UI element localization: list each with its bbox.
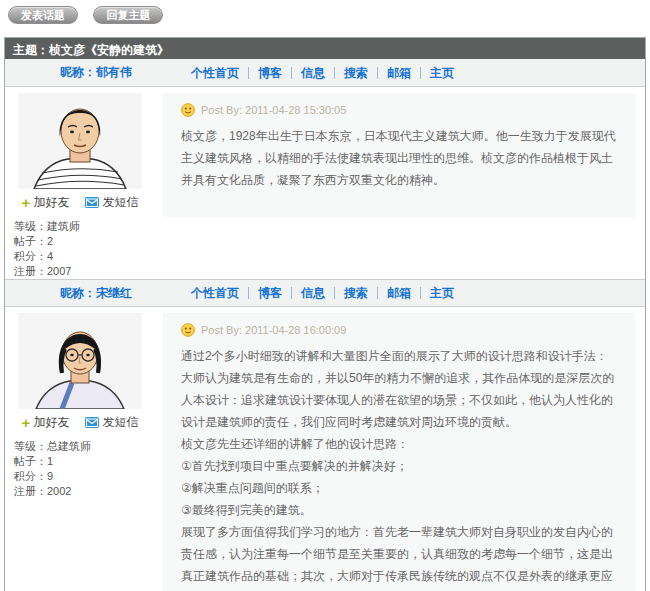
nav-link-search[interactable]: 搜索 xyxy=(335,287,378,299)
smiley-icon xyxy=(181,323,195,337)
paragraph: 展现了多方面值得我们学习的地方：首先老一辈建筑大师对自身职业的发自内心的责任感，… xyxy=(181,521,617,591)
post-2-meta: Post By: 2011-04-28 16:00:09 xyxy=(181,323,617,337)
plus-icon: + xyxy=(22,417,31,429)
post-1-body: + 加好友 发短信 等级：建筑师 帖子：2 积分 xyxy=(5,87,645,279)
post-1-header: 昵称：郁有伟 个性首页 博客 信息 搜索 邮箱 主页 xyxy=(5,59,645,87)
avatar-male-illustration xyxy=(18,93,142,189)
post-2-user-stats: 等级：总建筑师 帖子：1 积分：9 注册：2002 xyxy=(14,439,155,499)
topic-title: 主题：桢文彦《安静的建筑》 xyxy=(13,43,169,57)
post-1-user-cell: + 加好友 发短信 等级：建筑师 帖子：2 积分 xyxy=(5,87,155,279)
post-topic-button[interactable]: 发表话题 xyxy=(8,6,78,24)
mail-icon xyxy=(85,417,99,428)
nav-link-profile-home[interactable]: 个性首页 xyxy=(182,287,249,299)
avatar-female-cartoon xyxy=(18,313,142,409)
post-1-content-box: Post By: 2011-04-28 15:30:05 桢文彦，1928年出生… xyxy=(163,93,635,217)
add-friend-label: 加好友 xyxy=(33,194,69,211)
nav-link-info[interactable]: 信息 xyxy=(292,67,335,79)
post-2-user-cell: + 加好友 发短信 等级：总建筑师 帖子：1 积 xyxy=(5,307,155,591)
send-message-button[interactable]: 发短信 xyxy=(85,194,138,211)
stat-registered: 注册：2007 xyxy=(14,264,155,279)
post-2-user-nav: 个性首页 博客 信息 搜索 邮箱 主页 xyxy=(182,287,463,299)
post-1-text: 桢文彦，1928年出生于日本东京，日本现代主义建筑大师。他一生致力于发展现代主义… xyxy=(181,125,617,191)
stat-level: 等级：总建筑师 xyxy=(14,439,155,454)
send-message-label: 发短信 xyxy=(102,414,138,431)
reply-topic-button[interactable]: 回复主题 xyxy=(93,6,163,24)
post-1-actions: + 加好友 发短信 xyxy=(5,194,155,211)
stat-posts: 帖子：1 xyxy=(14,454,155,469)
post-1-timestamp: Post By: 2011-04-28 15:30:05 xyxy=(201,104,346,116)
topic-title-bar: 主题：桢文彦《安静的建筑》 xyxy=(5,38,645,59)
stat-posts: 帖子：2 xyxy=(14,234,155,249)
add-friend-label: 加好友 xyxy=(33,414,69,431)
nav-link-homepage[interactable]: 主页 xyxy=(421,287,463,299)
post-2-header: 昵称：宋继红 个性首页 博客 信息 搜索 邮箱 主页 xyxy=(5,279,645,307)
thread-container: 主题：桢文彦《安静的建筑》 昵称：郁有伟 个性首页 博客 信息 搜索 邮箱 主页 xyxy=(4,37,646,591)
stat-registered: 注册：2002 xyxy=(14,484,155,499)
stat-points: 积分：9 xyxy=(14,469,155,484)
avatar-male-cartoon xyxy=(18,93,142,189)
paragraph: ③最终得到完美的建筑。 xyxy=(181,499,617,521)
nav-link-blog[interactable]: 博客 xyxy=(249,287,292,299)
post-2-nickname: 昵称：宋继红 xyxy=(60,285,182,302)
nav-link-blog[interactable]: 博客 xyxy=(249,67,292,79)
smiley-icon xyxy=(181,103,195,117)
send-message-button[interactable]: 发短信 xyxy=(85,414,138,431)
paragraph: ①首先找到项目中重点要解决的并解决好； xyxy=(181,455,617,477)
send-message-label: 发短信 xyxy=(102,194,138,211)
add-friend-button[interactable]: + 加好友 xyxy=(22,194,70,211)
post-1-nickname: 昵称：郁有伟 xyxy=(60,64,182,81)
nav-link-profile-home[interactable]: 个性首页 xyxy=(182,67,249,79)
post-1-user-nav: 个性首页 博客 信息 搜索 邮箱 主页 xyxy=(182,67,463,79)
post-1-user-stats: 等级：建筑师 帖子：2 积分：4 注册：2007 xyxy=(14,219,155,279)
add-friend-button[interactable]: + 加好友 xyxy=(22,414,70,431)
post-2-body: + 加好友 发短信 等级：总建筑师 帖子：1 积 xyxy=(5,307,645,591)
post-2: 昵称：宋继红 个性首页 博客 信息 搜索 邮箱 主页 xyxy=(5,279,645,591)
paragraph: 桢文彦先生还详细的讲解了他的设计思路： xyxy=(181,433,617,455)
post-2-actions: + 加好友 发短信 xyxy=(5,414,155,431)
post-1-content-cell: Post By: 2011-04-28 15:30:05 桢文彦，1928年出生… xyxy=(155,87,645,279)
paragraph: 桢文彦，1928年出生于日本东京，日本现代主义建筑大师。他一生致力于发展现代主义… xyxy=(181,125,617,191)
nav-link-mailbox[interactable]: 邮箱 xyxy=(378,287,421,299)
post-2-text: 通过2个多小时细致的讲解和大量图片全面的展示了大师的设计思路和设计手法：大师认为… xyxy=(181,345,617,591)
paragraph: ②解决重点问题间的联系； xyxy=(181,477,617,499)
nav-link-info[interactable]: 信息 xyxy=(292,287,335,299)
post-1-meta: Post By: 2011-04-28 15:30:05 xyxy=(181,103,617,117)
nav-link-search[interactable]: 搜索 xyxy=(335,67,378,79)
post-1: 昵称：郁有伟 个性首页 博客 信息 搜索 邮箱 主页 xyxy=(5,59,645,279)
top-toolbar: 发表话题 回复主题 xyxy=(0,0,650,24)
post-2-content-cell: Post By: 2011-04-28 16:00:09 通过2个多小时细致的讲… xyxy=(155,307,645,591)
nav-link-homepage[interactable]: 主页 xyxy=(421,67,463,79)
avatar-female-illustration xyxy=(18,313,142,409)
paragraph: 通过2个多小时细致的讲解和大量图片全面的展示了大师的设计思路和设计手法：大师认为… xyxy=(181,345,617,433)
stat-level: 等级：建筑师 xyxy=(14,219,155,234)
plus-icon: + xyxy=(22,197,31,209)
post-2-timestamp: Post By: 2011-04-28 16:00:09 xyxy=(201,324,346,336)
stat-points: 积分：4 xyxy=(14,249,155,264)
post-2-content-box: Post By: 2011-04-28 16:00:09 通过2个多小时细致的讲… xyxy=(163,313,635,591)
nav-link-mailbox[interactable]: 邮箱 xyxy=(378,67,421,79)
mail-icon xyxy=(85,197,99,208)
